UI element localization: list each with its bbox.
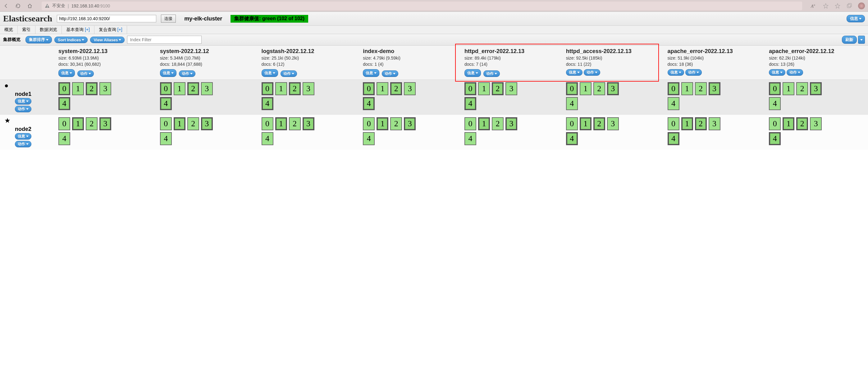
shard-primary[interactable]: 3: [99, 117, 111, 130]
shard-primary[interactable]: 2: [695, 117, 707, 130]
shard-primary[interactable]: 4: [769, 132, 781, 145]
shard-primary[interactable]: 2: [390, 82, 402, 95]
view-aliases-button[interactable]: View Aliases: [90, 37, 125, 43]
tab-basic-query[interactable]: 基本查询 [+]: [62, 26, 94, 34]
tab-browse[interactable]: 数据浏览: [35, 26, 62, 34]
index-info-button[interactable]: 信息: [566, 69, 583, 76]
shard-replica[interactable]: 4: [363, 132, 375, 145]
shard-primary[interactable]: 3: [303, 117, 314, 130]
shard-primary[interactable]: 0: [464, 82, 476, 95]
favorite-icon[interactable]: [834, 3, 841, 9]
shard-primary[interactable]: 4: [363, 97, 375, 110]
shard-replica[interactable]: 3: [810, 117, 822, 130]
shard-replica[interactable]: 4: [261, 132, 273, 145]
shard-primary[interactable]: 1: [275, 117, 287, 130]
shard-primary[interactable]: 0: [668, 82, 679, 95]
shard-primary[interactable]: 4: [668, 132, 679, 145]
shard-replica[interactable]: 3: [201, 82, 213, 95]
shard-primary[interactable]: 2: [492, 82, 504, 95]
index-action-button[interactable]: 动作: [179, 70, 195, 77]
shard-replica[interactable]: 0: [363, 117, 375, 130]
shard-replica[interactable]: 2: [796, 82, 808, 95]
shard-replica[interactable]: 0: [769, 117, 781, 130]
index-action-button[interactable]: 动作: [685, 69, 702, 76]
home-button[interactable]: [27, 3, 33, 9]
shard-primary[interactable]: 1: [72, 117, 84, 130]
shard-replica[interactable]: 0: [160, 117, 172, 130]
index-info-button[interactable]: 信息: [160, 69, 177, 77]
index-info-button[interactable]: 信息: [769, 69, 785, 76]
shard-replica[interactable]: 2: [593, 82, 605, 95]
shard-replica[interactable]: 1: [174, 82, 185, 95]
index-info-button[interactable]: 信息: [464, 69, 481, 77]
shard-replica[interactable]: 1: [275, 82, 287, 95]
shard-primary[interactable]: 3: [709, 82, 720, 95]
shard-replica[interactable]: 0: [464, 117, 476, 130]
shard-primary[interactable]: 3: [810, 82, 822, 95]
shard-replica[interactable]: 0: [566, 117, 578, 130]
index-info-button[interactable]: 信息: [261, 69, 278, 77]
shard-primary[interactable]: 4: [261, 97, 273, 110]
index-info-button[interactable]: 信息: [58, 69, 75, 77]
shard-primary[interactable]: 4: [464, 97, 476, 110]
shard-replica[interactable]: 0: [668, 117, 679, 130]
shard-primary[interactable]: 0: [58, 82, 70, 95]
shard-replica[interactable]: 2: [492, 117, 504, 130]
read-aloud-icon[interactable]: A»: [811, 3, 817, 9]
tab-compound-query[interactable]: 复合查询 [+]: [94, 26, 127, 34]
back-button[interactable]: [3, 3, 9, 9]
shard-primary[interactable]: 4: [160, 97, 172, 110]
url-bar[interactable]: 不安全 | 192.168.10.40:9100: [42, 2, 802, 10]
shard-replica[interactable]: 3: [607, 117, 619, 130]
node-action-button[interactable]: 动作: [15, 141, 31, 147]
shard-replica[interactable]: 1: [72, 82, 84, 95]
tab-overview[interactable]: 概览: [0, 26, 18, 34]
shard-primary[interactable]: 2: [796, 117, 808, 130]
shard-primary[interactable]: 3: [201, 117, 213, 130]
shard-replica[interactable]: 2: [187, 117, 199, 130]
index-filter-input[interactable]: [127, 36, 202, 44]
shard-replica[interactable]: 1: [580, 82, 591, 95]
shard-replica[interactable]: 2: [289, 117, 301, 130]
shard-replica[interactable]: 3: [99, 82, 111, 95]
shard-replica[interactable]: 2: [390, 117, 402, 130]
shard-replica[interactable]: 2: [86, 117, 98, 130]
shard-primary[interactable]: 3: [505, 117, 517, 130]
shard-replica[interactable]: 3: [404, 82, 416, 95]
shard-replica[interactable]: 3: [709, 117, 720, 130]
shard-primary[interactable]: 0: [160, 82, 172, 95]
shard-replica[interactable]: 4: [160, 132, 172, 145]
sort-indices-button[interactable]: Sort Indices: [54, 37, 88, 43]
shard-primary[interactable]: 0: [363, 82, 375, 95]
shard-primary[interactable]: 2: [289, 82, 301, 95]
shard-primary[interactable]: 3: [607, 82, 619, 95]
shard-replica[interactable]: 4: [769, 97, 781, 110]
node-info-button[interactable]: 信息: [15, 133, 31, 140]
refresh-button[interactable]: 刷新: [842, 36, 857, 44]
index-action-button[interactable]: 动作: [786, 69, 803, 76]
shard-replica[interactable]: 2: [695, 82, 707, 95]
index-action-button[interactable]: 动作: [484, 70, 500, 77]
cluster-sort-button[interactable]: 集群排序: [26, 36, 52, 43]
shard-replica[interactable]: 3: [505, 82, 517, 95]
shard-replica[interactable]: 4: [464, 132, 476, 145]
shard-primary[interactable]: 1: [478, 117, 490, 130]
shard-replica[interactable]: 3: [303, 82, 314, 95]
node-action-button[interactable]: 动作: [15, 106, 31, 112]
tab-plus-icon[interactable]: [+]: [118, 27, 122, 32]
shard-replica[interactable]: 0: [261, 117, 273, 130]
shard-primary[interactable]: 2: [187, 82, 199, 95]
shard-primary[interactable]: 1: [782, 117, 794, 130]
index-action-button[interactable]: 动作: [281, 70, 297, 77]
profile-avatar[interactable]: [858, 2, 865, 9]
shard-replica[interactable]: 1: [681, 82, 693, 95]
tab-plus-icon[interactable]: [+]: [85, 27, 90, 32]
connect-url-input[interactable]: [57, 15, 156, 22]
favorite-add-icon[interactable]: [823, 3, 829, 9]
node-info-button[interactable]: 信息: [15, 98, 31, 105]
refresh-options-button[interactable]: [858, 36, 865, 44]
shard-primary[interactable]: 3: [404, 117, 416, 130]
index-action-button[interactable]: 动作: [78, 70, 94, 77]
shard-primary[interactable]: 0: [261, 82, 273, 95]
connect-button[interactable]: 连接: [161, 14, 176, 23]
